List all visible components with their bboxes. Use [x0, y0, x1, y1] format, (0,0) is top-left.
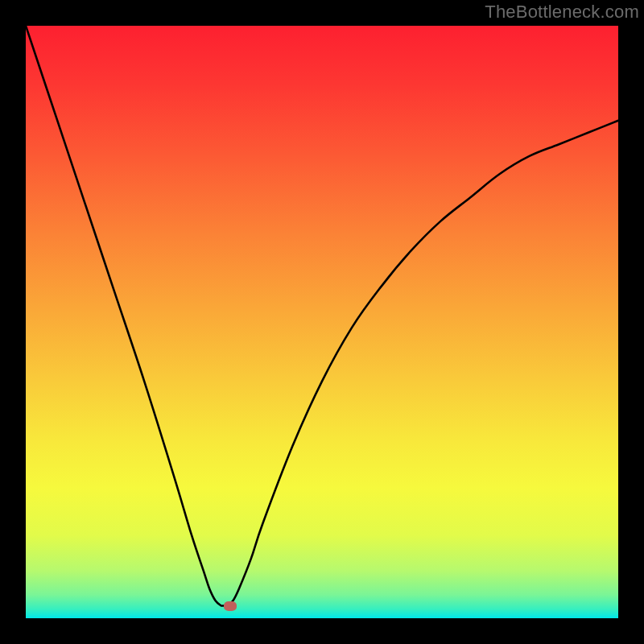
plot-area [26, 26, 618, 618]
attribution-watermark: TheBottleneck.com [485, 2, 639, 23]
bottleneck-curve [26, 26, 618, 618]
optimal-marker [224, 601, 237, 611]
chart-frame: TheBottleneck.com [0, 0, 644, 644]
